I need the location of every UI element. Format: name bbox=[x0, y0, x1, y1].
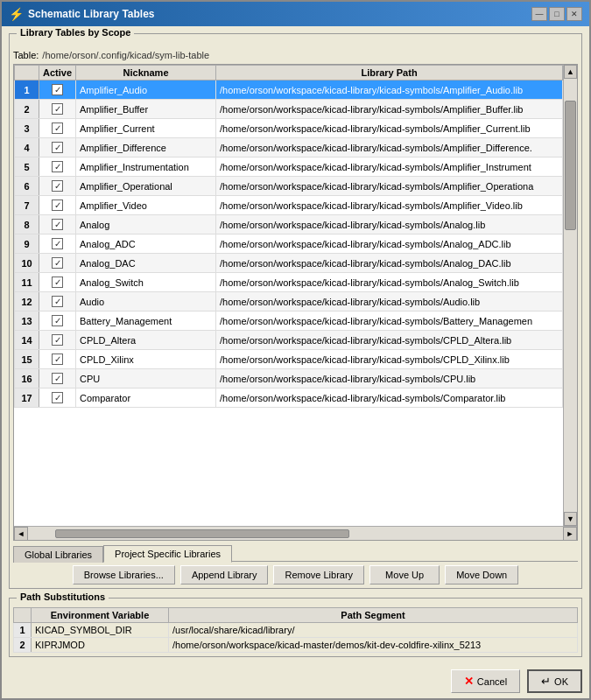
row-nickname: Amplifier_Difference bbox=[76, 138, 216, 158]
table-row[interactable]: 8Analog/home/orson/workspace/kicad-libra… bbox=[15, 215, 563, 234]
move-up-button[interactable]: Move Up bbox=[369, 565, 440, 584]
table-row[interactable]: 3Amplifier_Current/home/orson/workspace/… bbox=[15, 119, 563, 138]
row-nickname: Analog_DAC bbox=[76, 254, 216, 273]
checkbox-icon[interactable] bbox=[52, 200, 63, 211]
row-active-checkbox[interactable] bbox=[39, 273, 76, 292]
hscroll-right-arrow[interactable]: ► bbox=[563, 527, 577, 541]
row-path: /home/orson/workspace/kicad-library/kica… bbox=[216, 331, 563, 350]
ok-button[interactable]: ↵ OK bbox=[527, 669, 582, 693]
hscroll-track bbox=[28, 529, 563, 538]
row-active-checkbox[interactable] bbox=[39, 215, 76, 234]
maximize-button[interactable]: □ bbox=[549, 7, 565, 21]
append-library-button[interactable]: Append Library bbox=[180, 565, 269, 584]
row-nickname: Analog bbox=[76, 215, 216, 234]
title-bar: ⚡ Schematic Library Tables — □ ✕ bbox=[2, 2, 589, 26]
col-header-nickname: Nickname bbox=[76, 66, 216, 80]
row-active-checkbox[interactable] bbox=[39, 388, 76, 408]
horizontal-scrollbar[interactable]: ◄ ► bbox=[14, 526, 577, 540]
library-tables-group-title: Library Tables by Scope bbox=[17, 27, 134, 38]
table-row[interactable]: 15CPLD_Xilinx/home/orson/workspace/kicad… bbox=[15, 350, 563, 369]
remove-library-button[interactable]: Remove Library bbox=[273, 565, 364, 584]
path-row-number: 1 bbox=[14, 623, 32, 638]
checkbox-icon[interactable] bbox=[52, 296, 63, 307]
scroll-thumb[interactable] bbox=[565, 101, 576, 231]
checkbox-icon[interactable] bbox=[52, 161, 63, 172]
vertical-scrollbar[interactable]: ▲ ▼ bbox=[563, 65, 577, 526]
move-down-button[interactable]: Move Down bbox=[445, 565, 518, 584]
table-row[interactable]: 10Analog_DAC/home/orson/workspace/kicad-… bbox=[15, 254, 563, 273]
scroll-down-arrow[interactable]: ▼ bbox=[564, 512, 577, 526]
close-button[interactable]: ✕ bbox=[566, 7, 582, 21]
table-scroll-inner[interactable]: Active Nickname Library Path 1Amplifier_… bbox=[14, 65, 563, 526]
app-icon: ⚡ bbox=[9, 7, 23, 21]
row-active-checkbox[interactable] bbox=[39, 119, 76, 138]
ok-icon: ↵ bbox=[541, 675, 551, 688]
table-row[interactable]: 2Amplifier_Buffer/home/orson/workspace/k… bbox=[15, 100, 563, 119]
row-active-checkbox[interactable] bbox=[39, 158, 76, 177]
checkbox-icon[interactable] bbox=[52, 334, 63, 346]
row-number: 17 bbox=[15, 388, 39, 408]
row-active-checkbox[interactable] bbox=[39, 138, 76, 158]
checkbox-icon[interactable] bbox=[52, 180, 63, 192]
checkbox-icon[interactable] bbox=[52, 257, 63, 269]
row-path: /home/orson/workspace/kicad-library/kica… bbox=[216, 234, 563, 254]
checkbox-icon[interactable] bbox=[52, 103, 63, 115]
row-active-checkbox[interactable] bbox=[39, 350, 76, 369]
checkbox-icon[interactable] bbox=[52, 219, 63, 230]
row-active-checkbox[interactable] bbox=[39, 331, 76, 350]
row-active-checkbox[interactable] bbox=[39, 234, 76, 254]
table-row[interactable]: 16CPU/home/orson/workspace/kicad-library… bbox=[15, 369, 563, 388]
row-path: /home/orson/workspace/kicad-library/kica… bbox=[216, 215, 563, 234]
row-active-checkbox[interactable] bbox=[39, 80, 76, 100]
row-nickname: Amplifier_Current bbox=[76, 119, 216, 138]
row-number: 2 bbox=[15, 100, 39, 119]
checkbox-icon[interactable] bbox=[52, 84, 63, 95]
hscroll-thumb[interactable] bbox=[55, 529, 349, 538]
scroll-up-arrow[interactable]: ▲ bbox=[564, 65, 577, 79]
table-row[interactable]: 11Analog_Switch/home/orson/workspace/kic… bbox=[15, 273, 563, 292]
table-row[interactable]: 12Audio/home/orson/workspace/kicad-libra… bbox=[15, 292, 563, 312]
row-active-checkbox[interactable] bbox=[39, 254, 76, 273]
table-row[interactable]: 1Amplifier_Audio/home/orson/workspace/ki… bbox=[15, 80, 563, 100]
browse-libraries-button[interactable]: Browse Libraries... bbox=[73, 565, 175, 584]
row-active-checkbox[interactable] bbox=[39, 369, 76, 388]
checkbox-icon[interactable] bbox=[52, 392, 63, 403]
checkbox-icon[interactable] bbox=[52, 373, 63, 384]
table-row[interactable]: 5Amplifier_Instrumentation/home/orson/wo… bbox=[15, 158, 563, 177]
path-row-env-var: KIPRJMOD bbox=[32, 638, 169, 653]
table-path-row: Table: /home/orson/.config/kicad/sym-lib… bbox=[13, 50, 578, 60]
checkbox-icon[interactable] bbox=[52, 315, 63, 326]
row-active-checkbox[interactable] bbox=[39, 292, 76, 312]
row-active-checkbox[interactable] bbox=[39, 177, 76, 196]
tab-project-libraries[interactable]: Project Specific Libraries bbox=[103, 545, 232, 563]
path-col-num bbox=[14, 608, 32, 623]
content-area: Library Tables by Scope Table: /home/ors… bbox=[2, 26, 589, 664]
row-nickname: Analog_Switch bbox=[76, 273, 216, 292]
table-row[interactable]: 17Comparator/home/orson/workspace/kicad-… bbox=[15, 388, 563, 408]
row-active-checkbox[interactable] bbox=[39, 312, 76, 331]
path-table-row: 2KIPRJMOD/home/orson/workspace/kicad-mas… bbox=[14, 638, 578, 653]
checkbox-icon[interactable] bbox=[52, 238, 63, 249]
path-table-row: 1KICAD_SYMBOL_DIR/usr/local/share/kicad/… bbox=[14, 623, 578, 638]
tab-global-libraries[interactable]: Global Libraries bbox=[13, 546, 103, 563]
cancel-label: Cancel bbox=[477, 676, 507, 687]
hscroll-left-arrow[interactable]: ◄ bbox=[14, 527, 28, 541]
row-nickname: Amplifier_Instrumentation bbox=[76, 158, 216, 177]
scroll-track bbox=[564, 79, 577, 512]
checkbox-icon[interactable] bbox=[52, 276, 63, 288]
row-number: 12 bbox=[15, 292, 39, 312]
table-row[interactable]: 14CPLD_Altera/home/orson/workspace/kicad… bbox=[15, 331, 563, 350]
minimize-button[interactable]: — bbox=[531, 7, 547, 21]
table-row[interactable]: 6Amplifier_Operational/home/orson/worksp… bbox=[15, 177, 563, 196]
table-row[interactable]: 7Amplifier_Video/home/orson/workspace/ki… bbox=[15, 196, 563, 215]
cancel-button[interactable]: ✕ Cancel bbox=[451, 669, 520, 693]
row-path: /home/orson/workspace/kicad-library/kica… bbox=[216, 388, 563, 408]
table-row[interactable]: 4Amplifier_Difference/home/orson/workspa… bbox=[15, 138, 563, 158]
checkbox-icon[interactable] bbox=[52, 354, 63, 365]
row-active-checkbox[interactable] bbox=[39, 196, 76, 215]
table-row[interactable]: 9Analog_ADC/home/orson/workspace/kicad-l… bbox=[15, 234, 563, 254]
checkbox-icon[interactable] bbox=[52, 142, 63, 153]
row-active-checkbox[interactable] bbox=[39, 100, 76, 119]
table-row[interactable]: 13Battery_Management/home/orson/workspac… bbox=[15, 312, 563, 331]
checkbox-icon[interactable] bbox=[52, 122, 63, 134]
